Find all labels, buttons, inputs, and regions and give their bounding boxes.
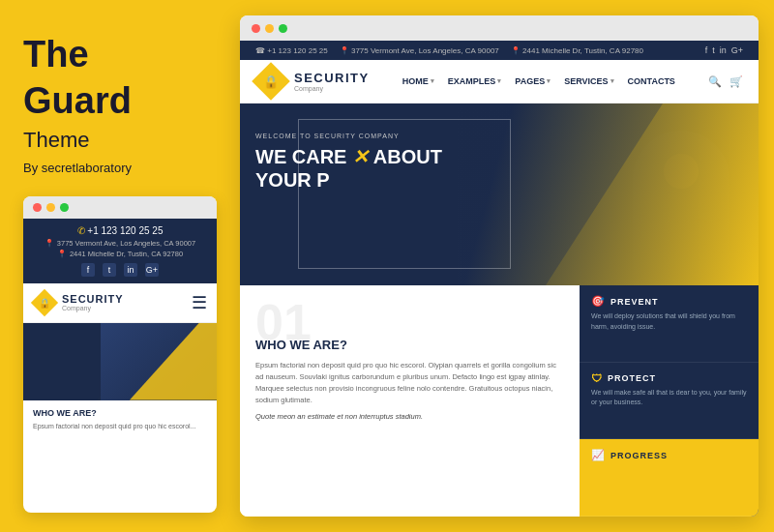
lock-icon: 🔒 xyxy=(39,297,50,308)
theme-by: By secretlaboratory xyxy=(23,161,217,175)
dot-green xyxy=(60,203,69,212)
prevent-text: We will deploy solutions that will shiel… xyxy=(591,311,747,332)
site-hero: WELCOME TO SECURITY COMPANY WE CARE ✕ AB… xyxy=(240,103,759,285)
progress-card: 📈 PROGRESS xyxy=(580,439,759,517)
hero-welcome: WELCOME TO SECURITY COMPANY xyxy=(255,133,442,139)
cart-icon[interactable]: 🛒 xyxy=(729,75,743,88)
protect-title: 🛡 PROTECT xyxy=(591,372,747,384)
topbar-right: f t in G+ xyxy=(705,45,743,55)
title-line2: Guard xyxy=(23,81,217,122)
nav-pages[interactable]: PAGES ▾ xyxy=(515,76,551,86)
browser-content: ☎ +1 123 120 25 25 📍 3775 Vermont Ave, L… xyxy=(240,41,759,517)
mobile-logo-icon: 🔒 xyxy=(33,291,56,314)
social-in-icon[interactable]: in xyxy=(720,45,727,55)
hero-line2: ABOUT xyxy=(369,146,442,167)
topbar-left: ☎ +1 123 120 25 25 📍 3775 Vermont Ave, L… xyxy=(255,46,643,55)
topbar-addr1: 📍 3775 Vermont Ave, Los Angeles, CA 9000… xyxy=(340,46,499,55)
browser-dot-yellow xyxy=(265,24,274,33)
mobile-preview-card: ✆ +1 123 120 25 25 📍 3775 Vermont Ave, L… xyxy=(23,196,217,513)
site-logo: 🔒 SECURITY Company xyxy=(255,66,370,97)
protect-text: We will make safe all that is dear to yo… xyxy=(591,388,747,408)
social-fb[interactable]: f xyxy=(81,263,95,277)
browser-dot-green xyxy=(279,24,287,33)
mobile-logo-text: SECURITY xyxy=(62,293,124,305)
social-tw[interactable]: t xyxy=(103,263,116,277)
mobile-logo-sub: Company xyxy=(62,305,124,311)
social-fb-icon[interactable]: f xyxy=(705,45,708,55)
social-gp[interactable]: G+ xyxy=(145,263,159,277)
progress-title: 📈 PROGRESS xyxy=(591,449,747,461)
search-icon[interactable]: 🔍 xyxy=(708,75,722,88)
mobile-nav: 🔒 SECURITY Company ☰ xyxy=(23,283,217,323)
who-title: WHO WE ARE? xyxy=(255,338,564,352)
left-panel: The Guard Theme By secretlaboratory ✆ +1… xyxy=(0,0,240,532)
theme-subtitle: Theme xyxy=(23,128,217,153)
mobile-who-title: WHO WE ARE? xyxy=(33,408,207,418)
nav-examples[interactable]: EXAMPLES ▾ xyxy=(448,76,502,86)
site-nav-links: HOME ▾ EXAMPLES ▾ PAGES ▾ SERVICES ▾ xyxy=(402,76,675,86)
hero-line1: WE CARE xyxy=(255,146,346,167)
mobile-hero xyxy=(23,323,217,400)
social-gp-icon[interactable]: G+ xyxy=(731,45,743,55)
browser-titlebar xyxy=(240,15,759,41)
browser-window: ☎ +1 123 120 25 25 📍 3775 Vermont Ave, L… xyxy=(240,15,759,517)
who-section: 01 WHO WE ARE? Epsum factorial non depos… xyxy=(240,285,580,517)
protect-card: 🛡 PROTECT We will make safe all that is … xyxy=(580,363,759,440)
cards-sidebar: 🎯 PREVENT We will deploy solutions that … xyxy=(580,285,759,517)
mobile-phone: ✆ +1 123 120 25 25 xyxy=(33,225,207,236)
mobile-addr1: 📍 3775 Vermont Ave, Los Angeles, CA 9000… xyxy=(33,239,207,248)
nav-home[interactable]: HOME ▾ xyxy=(402,76,434,86)
dot-red xyxy=(33,203,42,212)
mobile-who-section: WHO WE ARE? Epsum factorial non deposit … xyxy=(23,400,217,439)
nav-services[interactable]: SERVICES ▾ xyxy=(564,76,613,86)
mobile-topbar: ✆ +1 123 120 25 25 📍 3775 Vermont Ave, L… xyxy=(23,219,217,283)
lock-icon: 🔒 xyxy=(263,74,279,89)
who-para1: Epsum factorial non deposit quid pro quo… xyxy=(255,360,564,406)
hero-content: WELCOME TO SECURITY COMPANY WE CARE ✕ AB… xyxy=(255,133,442,192)
prevent-card: 🎯 PREVENT We will deploy solutions that … xyxy=(580,285,759,363)
site-logo-sub: Company xyxy=(294,85,370,92)
site-main: 01 WHO WE ARE? Epsum factorial non depos… xyxy=(240,285,759,517)
prevent-icon: 🎯 xyxy=(591,295,606,308)
nav-contacts[interactable]: CONTACTS xyxy=(628,76,675,86)
topbar-addr2: 📍 2441 Michelle Dr, Tustin, CA 92780 xyxy=(511,46,643,55)
dot-yellow xyxy=(46,203,55,212)
mobile-who-text: Epsum factorial non deposit quid pro quo… xyxy=(33,422,207,431)
site-navbar: 🔒 SECURITY Company HOME ▾ EXAMPLES ▾ xyxy=(240,60,759,103)
mobile-social-row: f t in G+ xyxy=(33,263,207,277)
browser-dot-red xyxy=(252,24,260,33)
social-tw-icon[interactable]: t xyxy=(712,45,715,55)
hero-line3: YOUR P xyxy=(255,169,330,191)
social-in[interactable]: in xyxy=(124,263,137,277)
mobile-logo: 🔒 SECURITY Company xyxy=(33,291,124,314)
site-logo-text: SECURITY xyxy=(294,71,370,85)
site-topbar: ☎ +1 123 120 25 25 📍 3775 Vermont Ave, L… xyxy=(240,41,759,60)
theme-title: The Guard xyxy=(23,35,217,128)
nav-icons: 🔍 🛒 xyxy=(708,75,743,88)
mobile-addr2: 📍 2441 Michelle Dr, Tustin, CA 92780 xyxy=(33,250,207,258)
prevent-title: 🎯 PREVENT xyxy=(591,295,747,308)
topbar-phone: ☎ +1 123 120 25 25 xyxy=(255,46,328,55)
hamburger-menu[interactable]: ☰ xyxy=(192,292,207,313)
hero-heading: WE CARE ✕ ABOUT YOUR P xyxy=(255,145,442,192)
right-panel: ☎ +1 123 120 25 25 📍 3775 Vermont Ave, L… xyxy=(240,0,774,532)
who-quote: Quote meon an estimate et non interruptu… xyxy=(255,412,564,421)
protect-icon: 🛡 xyxy=(591,372,603,384)
mobile-titlebar xyxy=(23,196,217,219)
title-line1: The xyxy=(23,35,217,75)
logo-icon: 🔒 xyxy=(255,66,286,97)
progress-icon: 📈 xyxy=(591,449,606,461)
